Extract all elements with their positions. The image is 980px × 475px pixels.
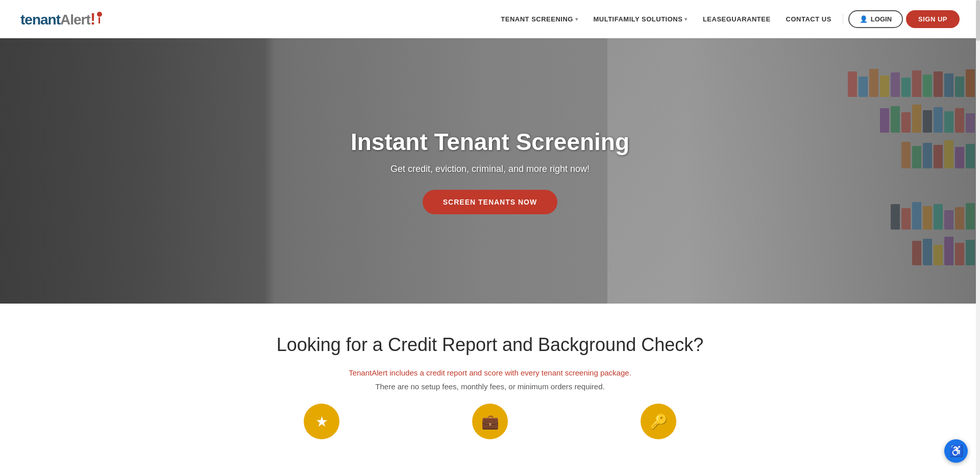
login-label: LOGIN [871,15,892,23]
logo-text: tenantAlert! [20,10,95,29]
logo-alert: Alert [60,12,90,28]
nav-leaseguarantee-label: LEASEGUARANTEE [703,15,771,23]
nav-contact-us[interactable]: CONTACT US [780,12,838,26]
scrollbar[interactable] [976,0,980,465]
feature-icon-1: ★ [304,404,339,439]
nav-multifamily-label: MULTIFAMILY SOLUTIONS [593,15,682,23]
screen-tenants-label: SCREEN TENANTS NOW [443,198,537,206]
nav-divider [843,14,843,24]
nav-contact-label: CONTACT US [786,15,831,23]
below-hero-section: Looking for a Credit Report and Backgrou… [0,304,980,465]
nav-multifamily-solutions[interactable]: MULTIFAMILY SOLUTIONS ▾ [587,12,693,26]
nav-leaseguarantee[interactable]: LEASEGUARANTEE [697,12,777,26]
below-hero-title: Looking for a Credit Report and Backgrou… [20,334,960,356]
hero-subtitle: Get credit, eviction, criminal, and more… [351,164,629,174]
main-nav: TENANT SCREENING ▾ MULTIFAMILY SOLUTIONS… [495,10,960,28]
accessibility-icon: ♿ [949,444,963,458]
nav-tenant-screening[interactable]: TENANT SCREENING ▾ [495,12,584,26]
feature-icons-row: ★ 💼 🔑 [20,393,960,444]
logo[interactable]: tenantAlert! [20,10,103,29]
feature-icon-2: 💼 [472,404,508,439]
key-icon: 🔑 [650,413,668,430]
screen-tenants-button[interactable]: SCREEN TENANTS NOW [423,190,557,214]
login-button[interactable]: 👤 LOGIN [848,10,903,28]
hero-title: Instant Tenant Screening [351,128,629,156]
feature-icon-3: 🔑 [641,404,676,439]
signup-button[interactable]: SIGN UP [906,10,960,28]
logo-figure-icon [96,12,103,26]
below-hero-line1: TenantAlert includes a credit report and… [20,366,960,380]
nav-tenant-screening-label: TENANT SCREENING [501,15,573,23]
tenant-screening-chevron-icon: ▾ [575,16,578,22]
star-icon: ★ [315,413,328,430]
below-hero-line2: There are no setup fees, monthly fees, o… [20,380,960,393]
signup-label: SIGN UP [918,15,947,23]
user-icon: 👤 [860,15,868,23]
briefcase-icon: 💼 [481,413,499,430]
below-hero-description: TenantAlert includes a credit report and… [20,366,960,393]
header: tenantAlert! TENANT SCREENING ▾ MULTIFAM… [0,0,980,38]
logo-tenant: tenant [20,12,60,28]
accessibility-button[interactable]: ♿ [944,439,968,463]
multifamily-chevron-icon: ▾ [684,16,688,22]
hero-section: Instant Tenant Screening Get credit, evi… [0,38,980,304]
hero-content: Instant Tenant Screening Get credit, evi… [340,118,640,224]
scrollbar-thumb[interactable] [976,0,980,41]
logo-exclaim: ! [90,10,95,28]
